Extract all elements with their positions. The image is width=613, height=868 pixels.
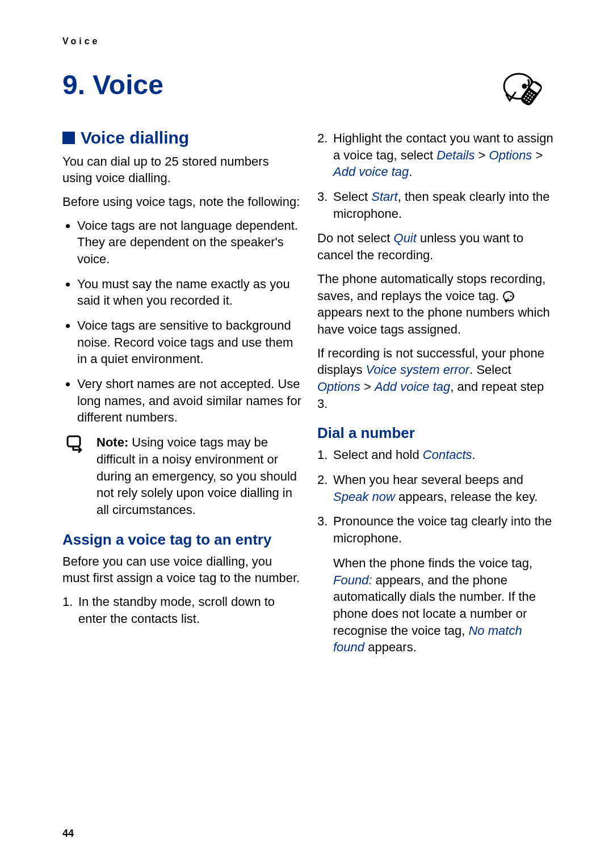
text: When you hear several beeps and [333,473,523,487]
text: Select and hold [333,448,423,462]
subsection-assign-heading: Assign a voice tag to an entry [62,530,301,550]
subsection-dial-heading: Dial a number [317,423,556,443]
voice-phone-icon [502,69,556,109]
menu-path: Quit [394,231,417,245]
dial-found-para: When the phone finds the voice tag, Foun… [333,555,556,656]
menu-path: Options [489,148,532,162]
section-heading-text: Voice dialling [81,127,189,150]
list-item: When you hear several beeps and Speak no… [317,471,556,505]
list-item: Very short names are not accepted. Use l… [77,376,301,426]
sep: > [360,380,375,394]
menu-path: Found: [333,573,372,587]
running-head: Voice [62,36,556,47]
svg-point-18 [510,295,511,297]
chapter-title: 9. Voice [62,69,163,100]
auto-stop-para: The phone automatically stops recording,… [317,271,556,338]
note-label: Note: [96,435,128,449]
step-text: Select [333,189,371,204]
text: . [472,448,476,462]
quit-para: Do not select Quit unless you want to ca… [317,230,556,263]
text: . Select [469,363,511,377]
assign-steps: In the standby mode, scroll down to ente… [62,593,301,627]
dial-steps: Select and hold Contacts. When you hear … [317,446,556,546]
text: When the phone finds the voice tag, [333,556,532,570]
section-voice-dialling-heading: Voice dialling [62,127,301,150]
menu-path: Add voice tag [333,165,409,179]
error-para: If recording is not successful, your pho… [317,345,556,412]
list-item: Pronounce the voice tag clearly into the… [317,513,556,546]
text: appears, release the key. [395,490,538,504]
intro-para-2: Before using voice tags, note the follow… [62,193,301,210]
text: Pronounce the voice tag clearly into the… [333,514,552,545]
sep: > [475,148,489,162]
note-arrow-icon [66,434,86,454]
list-item: You must say the name exactly as you sai… [77,276,301,309]
right-column: Highlight the contact you want to assign… [317,127,556,663]
voice-tag-icon [503,290,518,302]
text: appears next to the phone numbers which … [317,305,550,336]
svg-point-1 [523,85,526,88]
assign-intro: Before you can use voice dialling, you m… [62,553,301,587]
menu-path: Start [371,189,397,204]
list-item: Select Start, then speak clearly into th… [317,188,556,222]
list-item: Voice tags are sensitive to background n… [77,317,301,368]
svg-rect-16 [68,436,80,446]
menu-path: Contacts [423,448,472,462]
menu-path: Add voice tag [375,380,450,394]
assign-steps-continued: Highlight the contact you want to assign… [317,130,556,222]
page-number: 44 [62,828,74,840]
list-item: Voice tags are not language dependent. T… [77,217,301,268]
menu-path: Voice system error [366,363,470,377]
intro-para-1: You can dial up to 25 stored numbers usi… [62,153,301,187]
step-text: . [409,165,412,179]
list-item: Select and hold Contacts. [317,446,556,464]
left-column: Voice dialling You can dial up to 25 sto… [62,127,301,663]
menu-path: Options [317,380,360,394]
section-square-icon [62,132,75,144]
list-item: In the standby mode, scroll down to ente… [62,593,301,627]
menu-path: Speak now [333,490,395,504]
text: appears. [364,640,417,654]
menu-path: Details [436,148,475,162]
voice-tag-notes-list: Voice tags are not language dependent. T… [62,217,301,427]
sep: > [532,148,543,162]
text: Do not select [317,231,394,245]
note-block: Note: Using voice tags may be difficult … [66,434,301,518]
list-item: Highlight the contact you want to assign… [317,130,556,180]
